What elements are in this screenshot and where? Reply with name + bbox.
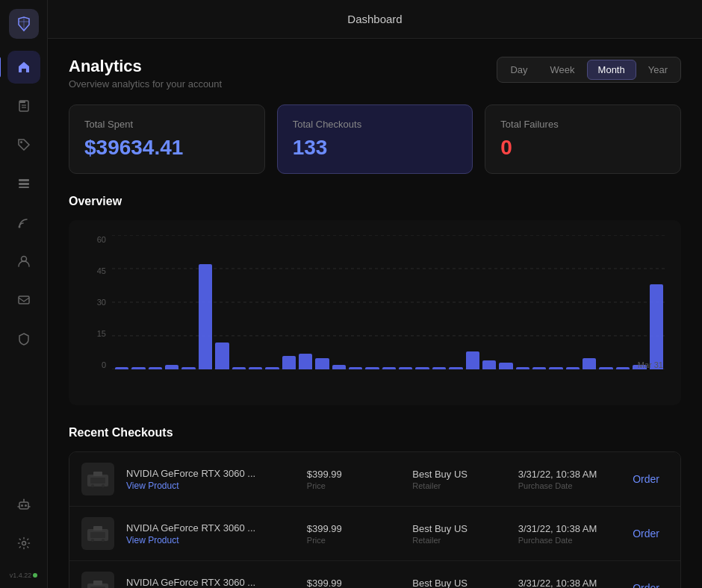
svg-rect-26 xyxy=(93,472,102,476)
chart-bar xyxy=(599,367,612,369)
chart-container: 60 45 30 15 0 xyxy=(69,220,681,405)
stat-failures-value: 0 xyxy=(500,136,665,160)
product-image xyxy=(81,572,114,588)
price-label: Price xyxy=(307,536,400,545)
stats-row: Total Spent $39634.41 Total Checkouts 13… xyxy=(69,104,681,174)
svg-point-4 xyxy=(20,141,22,143)
product-image xyxy=(81,463,114,495)
order-button[interactable]: Order xyxy=(624,578,668,588)
stat-failures-label: Total Failures xyxy=(500,119,665,130)
chart-bar xyxy=(215,343,229,369)
sidebar-item-home[interactable] xyxy=(7,51,40,84)
chart-bars xyxy=(112,235,666,369)
sidebar-item-settings[interactable] xyxy=(7,527,40,560)
version-label: v1.4.22 xyxy=(10,572,38,579)
view-product-link[interactable]: View Product xyxy=(126,481,295,491)
chart-bar xyxy=(382,367,396,369)
price-cell: $399.99 Price xyxy=(307,523,400,545)
chart-bar xyxy=(332,365,346,369)
chart-bar xyxy=(482,360,496,369)
product-name: NVIDIA GeForce RTX 3060 ... xyxy=(126,468,295,479)
sidebar-item-profile[interactable] xyxy=(7,245,40,278)
chart-area: 60 45 30 15 0 xyxy=(84,235,666,384)
overview-title: Overview xyxy=(69,195,681,208)
chart-bar xyxy=(516,367,529,369)
order-button[interactable]: Order xyxy=(624,523,668,544)
product-image xyxy=(81,517,114,550)
svg-point-27 xyxy=(91,484,94,487)
y-label-0: 0 xyxy=(102,360,106,369)
product-name: NVIDIA GeForce RTX 3060 ... xyxy=(126,522,295,534)
main-area: Dashboard Analytics Overview analytics f… xyxy=(48,0,702,588)
sidebar-item-bot[interactable] xyxy=(7,488,40,521)
price-value: $399.99 xyxy=(307,523,400,534)
period-year-button[interactable]: Year xyxy=(638,60,678,80)
product-info: NVIDIA GeForce RTX 3060 ... View Product xyxy=(126,577,295,589)
y-label-30: 30 xyxy=(97,298,106,307)
retailer-value: Best Buy US xyxy=(412,578,506,589)
price-label: Price xyxy=(307,481,400,490)
chart-bar xyxy=(549,367,562,369)
content-area: Analytics Overview analytics for your ac… xyxy=(48,39,702,588)
sidebar-item-shield[interactable] xyxy=(7,322,40,355)
y-label-15: 15 xyxy=(97,329,106,338)
sidebar-item-tags[interactable] xyxy=(7,128,40,161)
svg-point-8 xyxy=(18,226,20,228)
stat-spent-value: $39634.41 xyxy=(84,136,249,160)
svg-point-33 xyxy=(102,539,105,542)
chart-bar xyxy=(131,367,145,369)
chart-bar xyxy=(299,354,312,369)
view-product-link[interactable]: View Product xyxy=(126,535,295,545)
chart-bar xyxy=(616,367,630,369)
svg-rect-36 xyxy=(93,581,102,585)
chart-plot: Mar 31 xyxy=(112,235,666,369)
checkout-row: NVIDIA GeForce RTX 3060 ... View Product… xyxy=(69,561,680,588)
date-cell: 3/31/22, 10:38 AM Purchase Date xyxy=(518,523,612,545)
chart-bar xyxy=(583,358,596,369)
checkout-row: NVIDIA GeForce RTX 3060 ... View Product… xyxy=(69,452,680,507)
price-cell: $399.99 Price xyxy=(307,578,400,589)
order-button[interactable]: Order xyxy=(624,469,668,490)
chart-bar xyxy=(365,367,379,369)
stat-card-checkouts: Total Checkouts 133 xyxy=(277,104,473,174)
stat-spent-label: Total Spent xyxy=(84,119,249,130)
page-title: Analytics xyxy=(69,57,222,76)
chart-x-label: Mar 31 xyxy=(638,360,663,369)
topbar-title: Dashboard xyxy=(347,13,402,25)
chart-bar xyxy=(165,365,178,369)
stat-card-spent: Total Spent $39634.41 xyxy=(69,104,265,174)
svg-rect-25 xyxy=(90,478,105,484)
chart-bar xyxy=(432,367,446,369)
date-value: 3/31/22, 10:38 AM xyxy=(518,578,612,589)
retailer-label: Retailer xyxy=(412,481,506,490)
chart-bar xyxy=(399,367,412,369)
chart-y-labels: 60 45 30 15 0 xyxy=(84,235,106,369)
product-info: NVIDIA GeForce RTX 3060 ... View Product xyxy=(126,468,295,491)
chart-bar xyxy=(249,367,262,369)
price-value: $399.99 xyxy=(307,469,400,480)
chart-bar xyxy=(149,367,162,369)
page-header: Analytics Overview analytics for your ac… xyxy=(69,57,681,90)
sidebar-item-files[interactable] xyxy=(7,90,40,122)
chart-bar xyxy=(532,367,546,369)
sidebar-item-feeds[interactable] xyxy=(7,206,40,239)
period-week-button[interactable]: Week xyxy=(540,60,585,80)
topbar: Dashboard xyxy=(48,0,702,39)
svg-point-13 xyxy=(25,504,27,507)
stat-card-failures: Total Failures 0 xyxy=(485,104,681,174)
sidebar-item-list[interactable] xyxy=(7,167,40,200)
chart-bar xyxy=(115,367,128,369)
retailer-cell: Best Buy US Retailer xyxy=(412,578,506,589)
period-day-button[interactable]: Day xyxy=(500,60,538,80)
sidebar-item-mail[interactable] xyxy=(7,284,40,316)
chart-bar xyxy=(415,367,429,369)
retailer-label: Retailer xyxy=(412,536,506,545)
period-month-button[interactable]: Month xyxy=(587,60,636,80)
svg-point-18 xyxy=(22,542,25,545)
chart-bar xyxy=(650,284,663,369)
chart-bar xyxy=(499,363,512,369)
checkout-table: NVIDIA GeForce RTX 3060 ... View Product… xyxy=(69,451,681,588)
recent-checkouts-title: Recent Checkouts xyxy=(69,426,681,440)
svg-rect-30 xyxy=(90,532,105,538)
svg-rect-7 xyxy=(19,187,29,188)
